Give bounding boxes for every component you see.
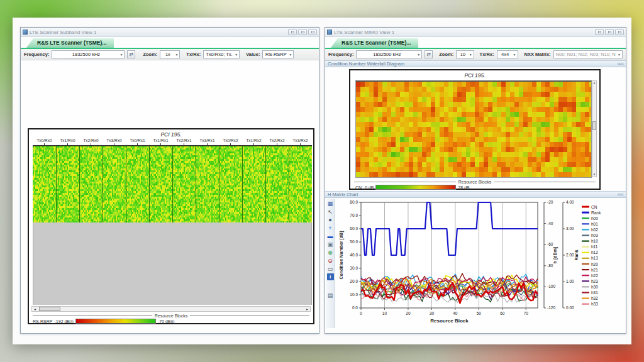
legend-item[interactable]: Rank	[582, 211, 601, 215]
svg-text:2.00: 2.00	[566, 253, 574, 257]
legend-item[interactable]: h33	[582, 302, 598, 306]
scroll-down-icon[interactable]: ▼	[593, 173, 596, 177]
legend-item[interactable]: CN	[582, 205, 597, 209]
h-matrix-chart-plot[interactable]: 0.010.020.030.040.050.060.070.080.001020…	[335, 199, 625, 332]
pan-icon[interactable]: +	[326, 224, 335, 232]
scroll-left-icon[interactable]: ◄	[32, 307, 38, 311]
svg-text:-120: -120	[547, 305, 555, 310]
svg-text:50.0: 50.0	[350, 239, 358, 244]
float-window-button[interactable]	[595, 29, 604, 35]
zoom-window-icon[interactable]: ▭	[326, 265, 335, 273]
legend-item[interactable]: h10	[582, 239, 598, 243]
collapse-panel-button[interactable]: <<<	[618, 191, 623, 198]
frequency-select[interactable]: 1832500 kHz▼	[52, 50, 125, 58]
legend-item[interactable]: h13	[582, 256, 598, 260]
panel-title: H Matrix Chart	[328, 191, 358, 198]
zoom-select[interactable]: 1x▼	[160, 50, 180, 58]
maximize-window-button[interactable]	[605, 29, 614, 35]
snapshot-icon[interactable]: ▣	[326, 241, 335, 248]
nxx-matrix-select[interactable]: N00; N01; N02; N03; N10; N11;...▼	[553, 50, 623, 58]
chart-table-icon[interactable]: ▦	[326, 200, 335, 207]
zoom-in-icon[interactable]: ⊕	[326, 249, 335, 256]
legend-item[interactable]: h23	[582, 279, 598, 283]
frequency-label: Frequency:	[328, 52, 353, 57]
legend-item[interactable]: h20	[582, 262, 598, 266]
globe-icon[interactable]: ●	[326, 216, 335, 224]
svg-text:-100: -100	[547, 284, 555, 288]
txrx-select[interactable]: Tx0/Rx0; Tx...▼	[203, 50, 240, 58]
scrollbar-thumb[interactable]	[592, 121, 596, 130]
frequency-apply-button[interactable]: ⇄	[127, 50, 135, 58]
x-axis-label: Resource Blocks	[155, 314, 188, 318]
scale-max: -70 dBm	[158, 319, 174, 324]
zoom-out-icon[interactable]: ⊖	[326, 257, 335, 265]
svg-text:40.0: 40.0	[350, 253, 358, 257]
column-header: Tx1/Rx1	[149, 138, 172, 143]
legend-item[interactable]: h21	[582, 268, 598, 272]
legend-item[interactable]: h12	[582, 250, 598, 255]
svg-text:20: 20	[406, 311, 411, 315]
column-header: Tx2/Rx2	[265, 138, 289, 143]
frequency-select[interactable]: 1832500 kHz▼	[356, 50, 422, 58]
subband-window-titlebar[interactable]: LTE Scanner Subband View 1	[21, 28, 319, 37]
close-window-button[interactable]	[615, 29, 624, 35]
column-header: Tx1/Rx0	[56, 138, 79, 143]
tab-rs-lte-scanner[interactable]: R&S LTE Scanner (TSME)...	[331, 38, 418, 48]
svg-text:-20: -20	[547, 200, 553, 204]
subband-toolbar: Frequency: 1832500 kHz▼ ⇄ Zoom: 1x▼ Tx/R…	[21, 49, 319, 60]
mimo-content: Condition Number Waterfall Diagram <<< P…	[325, 60, 626, 333]
cn-waterfall-plot[interactable]	[355, 80, 592, 178]
subband-content: PCI 195. Tx0/Rx0Tx1/Rx0Tx2/Rx0Tx3/Rx0Tx0…	[21, 60, 319, 333]
collapse-panel-button[interactable]: <<<	[618, 60, 623, 67]
zoom-select[interactable]: 10▼	[456, 50, 474, 58]
scale-min: 0 dB	[365, 185, 374, 190]
legend-item[interactable]: h03	[582, 233, 598, 238]
svg-text:40: 40	[453, 311, 458, 315]
cn-waterfall-chart: PCI 195. ▲ ▼ Resource Blocks CN: 0 dB 28…	[349, 69, 601, 190]
scale-min: -192 dBm	[55, 319, 74, 324]
svg-text:10.0: 10.0	[350, 292, 358, 297]
value-label: Value:	[246, 52, 260, 57]
value-select[interactable]: RS-RSRP▼	[262, 50, 294, 58]
chart-toolbar: ▦↖●+▬▣⊕⊖▭i▤	[326, 199, 335, 328]
mimo-window-titlebar[interactable]: LTE Scanner MIMO View 1	[325, 28, 626, 37]
pointer-icon[interactable]: ↖	[326, 208, 335, 216]
subband-waterfall-plot[interactable]	[33, 146, 312, 222]
report-icon[interactable]: ▤	[326, 292, 335, 299]
svg-text:h31: h31	[591, 290, 598, 295]
legend-item[interactable]: h02	[582, 228, 598, 232]
scroll-up-icon[interactable]: ▲	[593, 81, 596, 85]
vertical-scrollbar[interactable]: ▲ ▼	[592, 80, 597, 177]
tab-rs-lte-scanner[interactable]: R&S LTE Scanner (TSME)...	[26, 38, 114, 48]
svg-text:h11: h11	[591, 244, 598, 249]
horizontal-scrollbar[interactable]: ◄ ►	[31, 306, 311, 312]
legend-item[interactable]: h32	[582, 296, 598, 300]
svg-text:3.00: 3.00	[566, 226, 574, 231]
svg-text:Resource Block: Resource Block	[430, 318, 469, 324]
mimo-view-window: LTE Scanner MIMO View 1 R&S LTE Scanner …	[325, 27, 626, 334]
txrx-select[interactable]: 4x4▼	[497, 50, 518, 58]
chevron-down-icon: ▼	[467, 53, 472, 57]
divider	[33, 315, 152, 316]
info-icon[interactable]: i	[327, 273, 334, 280]
minus-tool-icon[interactable]: ▬	[326, 233, 335, 240]
legend-item[interactable]: h30	[582, 285, 598, 289]
close-window-button[interactable]	[308, 29, 317, 35]
float-window-button[interactable]	[288, 29, 297, 35]
scrollbar-thumb[interactable]	[39, 307, 60, 311]
legend-item[interactable]: h31	[582, 290, 598, 295]
legend-item[interactable]: h01	[582, 222, 598, 226]
waterfall-panel-header: Condition Number Waterfall Diagram <<<	[325, 60, 626, 67]
frequency-apply-button[interactable]: ⇄	[425, 50, 433, 58]
x-axis-label: Resource Blocks	[458, 180, 492, 184]
maximize-window-button[interactable]	[298, 29, 307, 35]
app-icon	[327, 30, 332, 35]
window-title: LTE Scanner Subband View 1	[30, 30, 96, 35]
scroll-right-icon[interactable]: ►	[304, 307, 310, 311]
chevron-down-icon: ▼	[415, 53, 420, 57]
column-header: Tx2/Rx1	[172, 138, 196, 143]
legend-item[interactable]: h11	[582, 244, 598, 249]
legend-item[interactable]: h22	[582, 273, 598, 278]
svg-text:Rank: Rank	[574, 250, 579, 260]
legend-item[interactable]: h00	[582, 216, 598, 221]
